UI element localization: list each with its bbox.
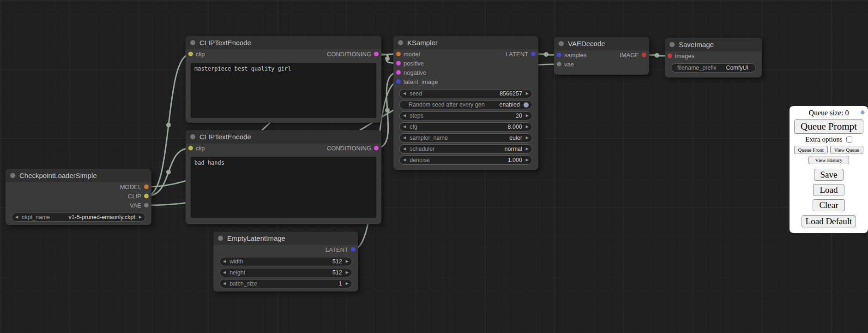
height-widget[interactable]: ◀ height 512 ▶ [219, 268, 352, 277]
cfg-widget[interactable]: ◀ cfg 8.000 ▶ [399, 122, 532, 131]
node-clip-text-encode-negative[interactable]: CLIPTextEncode clip CONDITIONING bad han… [186, 130, 381, 224]
toggle-indicator[interactable] [524, 102, 529, 107]
steps-widget[interactable]: ◀ steps 20 ▶ [399, 111, 532, 120]
node-checkpoint-loader-simple[interactable]: CheckpointLoaderSimple MODEL CLIP VAE ◀ … [6, 169, 151, 225]
increment-arrow-icon[interactable]: ▶ [526, 158, 529, 162]
prompt-text-area[interactable]: bad hands [191, 157, 376, 218]
model-output-port[interactable] [144, 184, 149, 189]
increment-arrow-icon[interactable]: ▶ [346, 282, 349, 285]
decrement-arrow-icon[interactable]: ◀ [403, 92, 406, 95]
node-collapse-dot[interactable] [559, 41, 564, 46]
node-collapse-dot[interactable] [398, 40, 403, 45]
prev-arrow-icon[interactable]: ◀ [403, 136, 406, 140]
widget-value: ComfyUI [720, 65, 748, 71]
slot-label: IMAGE [620, 52, 639, 59]
increment-arrow-icon[interactable]: ▶ [526, 114, 529, 118]
input-slot-negative: negative [393, 68, 538, 77]
increment-arrow-icon[interactable]: ▶ [346, 260, 349, 263]
vae-output-port[interactable] [144, 203, 149, 208]
next-arrow-icon[interactable]: ▶ [139, 215, 142, 219]
queue-front-button[interactable]: Queue Front [794, 146, 828, 154]
node-collapse-dot[interactable] [10, 173, 15, 178]
samples-input-port[interactable] [557, 53, 561, 57]
images-input-port[interactable] [668, 54, 672, 58]
clip-input-port[interactable] [188, 52, 193, 56]
increment-arrow-icon[interactable]: ▶ [526, 125, 529, 129]
node-title-bar[interactable]: VAEDecode [554, 37, 649, 50]
slot-label: CONDITIONING [327, 145, 381, 152]
node-title-bar[interactable]: CLIPTextEncode [186, 36, 381, 49]
batch-size-widget[interactable]: ◀ batch_size 1 ▶ [219, 279, 352, 288]
queue-prompt-button[interactable]: Queue Prompt [794, 119, 863, 134]
width-widget[interactable]: ◀ width 512 ▶ [219, 257, 352, 266]
node-empty-latent-image[interactable]: EmptyLatentImage LATENT ◀ width 512 ▶ ◀ … [213, 232, 358, 291]
increment-arrow-icon[interactable]: ▶ [526, 92, 529, 95]
link-midpoint-dot [655, 53, 659, 58]
clear-button[interactable]: Clear [813, 199, 844, 211]
node-title-bar[interactable]: SaveImage [665, 38, 762, 51]
widget-label: filename_prefix [677, 65, 717, 71]
widget-value: 20 [427, 113, 522, 119]
settings-icon[interactable]: ❋ [860, 109, 865, 116]
latent-output-port[interactable] [531, 52, 536, 56]
widget-value: euler [452, 135, 522, 141]
image-output-port[interactable] [642, 53, 646, 57]
decrement-arrow-icon[interactable]: ◀ [223, 260, 226, 263]
denoise-widget[interactable]: ◀ denoise 1.000 ▶ [399, 155, 532, 165]
load-button[interactable]: Load [813, 184, 844, 196]
clip-input-port[interactable] [188, 146, 193, 150]
node-collapse-dot[interactable] [218, 236, 223, 241]
sampler-name-widget[interactable]: ◀ sampler_name euler ▶ [399, 133, 532, 143]
link-midpoint-dot [385, 56, 390, 61]
view-queue-button[interactable]: View Queue [830, 146, 864, 154]
conditioning-output-port[interactable] [374, 52, 379, 56]
widget-label: denoise [410, 157, 430, 163]
clip-output-port[interactable] [144, 194, 149, 198]
model-input-port[interactable] [396, 52, 401, 56]
slot-row: clip CONDITIONING [186, 143, 381, 153]
random-seed-toggle-widget[interactable]: Random seed after every gen enabled [399, 100, 532, 109]
node-clip-text-encode-positive[interactable]: CLIPTextEncode clip CONDITIONING masterp… [186, 36, 381, 123]
prev-arrow-icon[interactable]: ◀ [15, 215, 18, 219]
decrement-arrow-icon[interactable]: ◀ [403, 158, 406, 162]
node-collapse-dot[interactable] [190, 134, 195, 139]
vae-input-port[interactable] [557, 62, 561, 66]
node-collapse-dot[interactable] [190, 40, 195, 45]
load-default-button[interactable]: Load Default [802, 215, 856, 227]
node-vae-decode[interactable]: VAEDecode samples vae IMAGE [554, 37, 649, 75]
positive-input-port[interactable] [396, 61, 401, 65]
prompt-text-area[interactable]: masterpiece best quality girl [191, 63, 376, 118]
decrement-arrow-icon[interactable]: ◀ [403, 114, 406, 118]
scheduler-widget[interactable]: ◀ scheduler normal ▶ [399, 144, 532, 154]
node-title-bar[interactable]: CLIPTextEncode [186, 130, 381, 143]
negative-input-port[interactable] [396, 70, 401, 75]
latent-image-input-port[interactable] [396, 79, 401, 84]
save-button[interactable]: Save [814, 169, 844, 181]
node-collapse-dot[interactable] [669, 42, 675, 47]
node-title-bar[interactable]: CheckpointLoaderSimple [6, 169, 151, 182]
increment-arrow-icon[interactable]: ▶ [346, 271, 349, 274]
seed-widget[interactable]: ◀ seed 8566257 ▶ [399, 89, 532, 98]
slot-label: CONDITIONING [327, 51, 381, 58]
decrement-arrow-icon[interactable]: ◀ [223, 282, 226, 285]
queue-size-label: Queue size: 0 [808, 109, 849, 117]
widget-value: normal [438, 146, 522, 152]
decrement-arrow-icon[interactable]: ◀ [223, 271, 226, 274]
conditioning-output-port[interactable] [374, 146, 379, 150]
view-history-button[interactable]: View History [808, 156, 850, 164]
node-title-bar[interactable]: KSampler [393, 36, 538, 49]
node-ksampler[interactable]: KSampler model positive negative latent_… [393, 36, 538, 170]
extra-options-checkbox[interactable] [846, 137, 852, 143]
node-title-bar[interactable]: EmptyLatentImage [213, 232, 358, 245]
latent-output-port[interactable] [351, 247, 356, 252]
filename-prefix-widget[interactable]: filename_prefix ComfyUI [671, 63, 756, 72]
next-arrow-icon[interactable]: ▶ [526, 147, 529, 151]
prev-arrow-icon[interactable]: ◀ [403, 147, 406, 151]
node-save-image[interactable]: SaveImage images filename_prefix ComfyUI [665, 38, 762, 77]
input-slot-latent-image: latent_image [393, 77, 538, 86]
comfy-menu-panel: Queue size: 0 ❋ Queue Prompt Extra optio… [790, 106, 868, 233]
next-arrow-icon[interactable]: ▶ [526, 136, 529, 140]
decrement-arrow-icon[interactable]: ◀ [403, 125, 406, 129]
ckpt-name-widget[interactable]: ◀ ckpt_name v1-5-pruned-emaonly.ckpt ▶ [12, 213, 145, 222]
widget-label: seed [410, 90, 422, 97]
